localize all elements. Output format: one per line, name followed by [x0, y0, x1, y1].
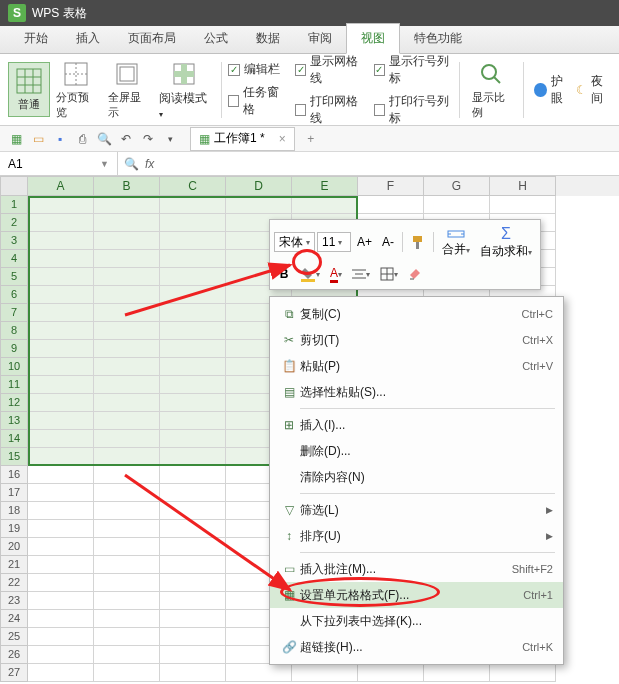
- cell[interactable]: [28, 412, 94, 430]
- menu-item[interactable]: 删除(D)...: [270, 438, 563, 464]
- qat-redo-icon[interactable]: ↷: [138, 129, 158, 149]
- cell[interactable]: [94, 448, 160, 466]
- view-pagebreak-button[interactable]: 分页预览: [50, 56, 102, 124]
- checkbox-打印网格线[interactable]: 打印网格线: [295, 93, 363, 127]
- cell[interactable]: [28, 322, 94, 340]
- row-header[interactable]: 16: [0, 466, 28, 484]
- cell[interactable]: [28, 448, 94, 466]
- row-header[interactable]: 20: [0, 538, 28, 556]
- view-reading-button[interactable]: 阅读模式 ▾: [153, 56, 215, 123]
- menu-tab-3[interactable]: 公式: [190, 24, 242, 53]
- cell[interactable]: [160, 430, 226, 448]
- bold-icon[interactable]: B: [274, 263, 294, 285]
- cell[interactable]: [160, 340, 226, 358]
- new-tab-button[interactable]: +: [301, 132, 321, 146]
- row-header[interactable]: 5: [0, 268, 28, 286]
- cell[interactable]: [160, 358, 226, 376]
- cell[interactable]: [160, 484, 226, 502]
- increase-font-icon[interactable]: A+: [353, 231, 376, 253]
- qat-new-icon[interactable]: ▦: [6, 129, 26, 149]
- menu-tab-1[interactable]: 插入: [62, 24, 114, 53]
- cell[interactable]: [94, 214, 160, 232]
- cell[interactable]: [226, 664, 292, 682]
- cell[interactable]: [28, 574, 94, 592]
- cell[interactable]: [160, 214, 226, 232]
- cell[interactable]: [28, 394, 94, 412]
- cell[interactable]: [28, 268, 94, 286]
- cell[interactable]: [94, 322, 160, 340]
- column-header[interactable]: C: [160, 176, 226, 196]
- font-color-icon[interactable]: A▾: [326, 263, 346, 285]
- row-header[interactable]: 10: [0, 358, 28, 376]
- column-header[interactable]: H: [490, 176, 556, 196]
- cell[interactable]: [28, 286, 94, 304]
- cell[interactable]: [160, 466, 226, 484]
- cell[interactable]: [94, 304, 160, 322]
- cell[interactable]: [226, 196, 292, 214]
- cell[interactable]: [94, 358, 160, 376]
- menu-item[interactable]: ⧉复制(C)Ctrl+C: [270, 301, 563, 327]
- row-header[interactable]: 27: [0, 664, 28, 682]
- column-header[interactable]: E: [292, 176, 358, 196]
- row-header[interactable]: 12: [0, 394, 28, 412]
- cell[interactable]: [94, 592, 160, 610]
- menu-tab-0[interactable]: 开始: [10, 24, 62, 53]
- format-painter-icon[interactable]: [407, 231, 429, 253]
- merge-button[interactable]: 合并▾: [438, 224, 474, 260]
- close-icon[interactable]: ×: [279, 132, 286, 146]
- row-header[interactable]: 18: [0, 502, 28, 520]
- checkbox-编辑栏[interactable]: ✓编辑栏: [228, 61, 286, 78]
- cell[interactable]: [160, 322, 226, 340]
- menu-item[interactable]: ▤选择性粘贴(S)...: [270, 379, 563, 405]
- view-normal-button[interactable]: 普通: [8, 62, 50, 117]
- menu-tab-5[interactable]: 审阅: [294, 24, 346, 53]
- cell[interactable]: [160, 538, 226, 556]
- border-icon[interactable]: ▾: [376, 263, 402, 285]
- select-all-corner[interactable]: [0, 176, 28, 196]
- eye-protect-toggle[interactable]: 护眼: [534, 73, 572, 107]
- cell[interactable]: [28, 556, 94, 574]
- column-header[interactable]: G: [424, 176, 490, 196]
- cell[interactable]: [94, 574, 160, 592]
- cell[interactable]: [160, 520, 226, 538]
- row-header[interactable]: 21: [0, 556, 28, 574]
- fx-label[interactable]: fx: [145, 157, 154, 171]
- cell[interactable]: [94, 196, 160, 214]
- cell[interactable]: [160, 502, 226, 520]
- column-header[interactable]: A: [28, 176, 94, 196]
- cell[interactable]: [94, 502, 160, 520]
- row-header[interactable]: 4: [0, 250, 28, 268]
- cell[interactable]: [28, 646, 94, 664]
- name-box[interactable]: A1 ▼: [0, 152, 118, 175]
- font-family-select[interactable]: 宋体▾: [274, 232, 315, 252]
- view-fullscreen-button[interactable]: 全屏显示: [102, 56, 154, 124]
- menu-item[interactable]: ↕排序(U)▶: [270, 523, 563, 549]
- cell[interactable]: [160, 610, 226, 628]
- cell[interactable]: [358, 664, 424, 682]
- qat-preview-icon[interactable]: 🔍: [94, 129, 114, 149]
- menu-item[interactable]: 📋粘贴(P)Ctrl+V: [270, 353, 563, 379]
- cell[interactable]: [292, 664, 358, 682]
- cell[interactable]: [94, 232, 160, 250]
- row-header[interactable]: 1: [0, 196, 28, 214]
- cell[interactable]: [28, 358, 94, 376]
- cell[interactable]: [424, 664, 490, 682]
- cell[interactable]: [28, 628, 94, 646]
- cell[interactable]: [28, 250, 94, 268]
- menu-item[interactable]: 从下拉列表中选择(K)...: [270, 608, 563, 634]
- menu-item[interactable]: 🔗超链接(H)...Ctrl+K: [270, 634, 563, 660]
- cell[interactable]: [94, 268, 160, 286]
- menu-tab-4[interactable]: 数据: [242, 24, 294, 53]
- cell[interactable]: [28, 214, 94, 232]
- cell[interactable]: [94, 538, 160, 556]
- cell[interactable]: [160, 250, 226, 268]
- zoom-button[interactable]: 显示比例: [466, 56, 518, 124]
- cell[interactable]: [160, 196, 226, 214]
- row-header[interactable]: 6: [0, 286, 28, 304]
- cell[interactable]: [28, 304, 94, 322]
- cell[interactable]: [94, 466, 160, 484]
- cell[interactable]: [358, 196, 424, 214]
- cell[interactable]: [94, 286, 160, 304]
- cell[interactable]: [94, 250, 160, 268]
- checkbox-显示行号列标[interactable]: ✓显示行号列标: [374, 53, 453, 87]
